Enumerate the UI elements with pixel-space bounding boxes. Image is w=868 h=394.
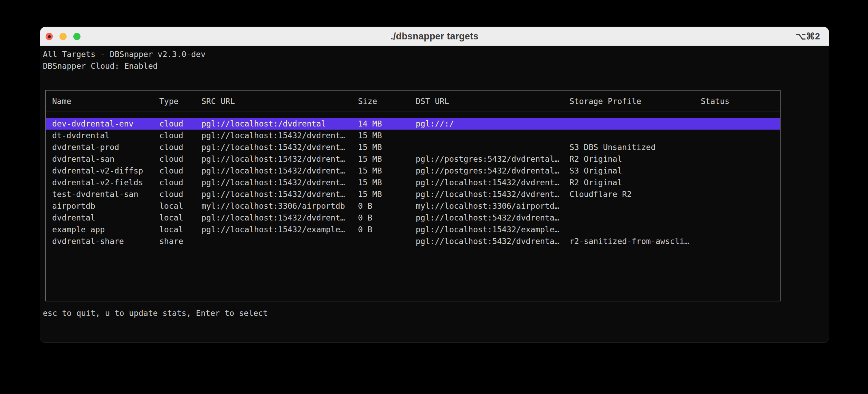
cell-storage-profile: Cloudflare R2 <box>569 190 701 199</box>
cell-type: cloud <box>159 143 201 152</box>
cell-size: 0 B <box>358 213 416 222</box>
cell-size: 15 MB <box>358 178 416 187</box>
cell-src-url: pgl://localhost:15432/dvdrent… <box>201 178 358 187</box>
column-header-name: Name <box>52 97 159 106</box>
column-header-storage-profile: Storage Profile <box>569 97 701 106</box>
column-header-type: Type <box>159 97 201 106</box>
cell-dst-url: pgl://localhost:15432/dvdrent… <box>416 178 569 187</box>
cell-type: local <box>159 201 201 210</box>
cell-type: cloud <box>159 190 201 199</box>
table-row[interactable]: dvdrental-sancloudpgl://localhost:15432/… <box>46 153 780 165</box>
table-row[interactable]: dt-dvdrentalcloudpgl://localhost:15432/d… <box>46 130 780 141</box>
cell-name: dvdrental-v2-diffsp <box>52 166 159 175</box>
cell-dst-url: pgl://postgres:5432/dvdrental… <box>416 166 569 175</box>
cell-dst-url: pgl://localhost:5432/dvdrenta… <box>416 237 569 246</box>
cell-type: local <box>159 213 201 222</box>
cell-name: airportdb <box>52 201 159 210</box>
cell-type: cloud <box>159 154 201 163</box>
cell-dst-url: pgl://postgres:5432/dvdrental… <box>416 154 569 163</box>
cell-src-url: pgl://localhost:15432/dvdrent… <box>201 190 358 199</box>
cell-name: dvdrental-san <box>52 154 159 163</box>
cell-dst-url: myl://localhost:3306/airportd… <box>416 201 569 210</box>
window-title: ./dbsnapper targets <box>40 31 829 42</box>
table-row[interactable]: dvdrental-sharesharepgl://localhost:5432… <box>46 235 780 247</box>
cell-type: cloud <box>159 131 201 140</box>
cell-name: dt-dvdrental <box>52 131 159 140</box>
cell-dst-url: pgl://localhost:15432/example… <box>416 225 569 234</box>
cell-type: local <box>159 225 201 234</box>
cell-name: dvdrental <box>52 213 159 222</box>
cell-storage-profile: R2 Original <box>569 178 701 187</box>
table-row[interactable]: dvdrental-v2-diffspcloudpgl://localhost:… <box>46 165 780 177</box>
table-row[interactable]: test-dvdrental-sancloudpgl://localhost:1… <box>46 188 780 200</box>
cell-src-url: pgl://localhost:/dvdrental <box>201 119 358 128</box>
cell-storage-profile: r2-sanitized-from-awscli… <box>569 237 701 246</box>
cell-src-url: pgl://localhost:15432/dvdrent… <box>201 143 358 152</box>
cell-src-url: pgl://localhost:15432/dvdrent… <box>201 131 358 140</box>
cell-dst-url: pgl://localhost:5432/dvdrenta… <box>416 213 569 222</box>
cell-type: cloud <box>159 119 201 128</box>
window-shortcut-badge: ⌥⌘2 <box>796 27 820 46</box>
table-header-row: Name Type SRC_URL Size DST_URL Storage P… <box>46 91 780 112</box>
cell-size: 0 B <box>358 201 416 210</box>
cell-name: dev-dvdrental-env <box>52 119 159 128</box>
cell-size: 14 MB <box>358 119 416 128</box>
targets-table: Name Type SRC_URL Size DST_URL Storage P… <box>45 90 781 301</box>
cell-src-url: pgl://localhost:15432/dvdrent… <box>201 166 358 175</box>
table-row[interactable]: dvdrental-prodcloudpgl://localhost:15432… <box>46 141 780 153</box>
cell-type: share <box>159 237 201 246</box>
cell-storage-profile: S3 Original <box>569 166 701 175</box>
cell-src-url: pgl://localhost:15432/dvdrent… <box>201 213 358 222</box>
column-header-size: Size <box>358 97 416 106</box>
table-row[interactable]: dev-dvdrental-envcloudpgl://localhost:/d… <box>46 118 780 130</box>
cell-dst-url: pgl://:/ <box>416 119 569 128</box>
table-row[interactable]: dvdrental-v2-fieldscloudpgl://localhost:… <box>46 177 780 188</box>
window-titlebar[interactable]: ./dbsnapper targets ⌥⌘2 <box>40 27 829 46</box>
column-header-status: Status <box>701 97 780 106</box>
table-row[interactable]: dvdrentallocalpgl://localhost:15432/dvdr… <box>46 212 780 224</box>
terminal-window: ./dbsnapper targets ⌥⌘2 All Targets - DB… <box>40 27 829 343</box>
table-row[interactable]: airportdblocalmyl://localhost:3306/airpo… <box>46 200 780 212</box>
cell-type: cloud <box>159 178 201 187</box>
cell-name: dvdrental-share <box>52 237 159 246</box>
terminal-content: All Targets - DBSnapper v2.3.0-dev DBSna… <box>40 46 829 343</box>
cell-size: 15 MB <box>358 143 416 152</box>
cell-size: 15 MB <box>358 154 416 163</box>
cell-size: 15 MB <box>358 190 416 199</box>
cell-size: 0 B <box>358 225 416 234</box>
cell-storage-profile: R2 Original <box>569 154 701 163</box>
cell-dst-url: pgl://localhost:15432/dvdrent… <box>416 190 569 199</box>
cell-src-url: pgl://localhost:15432/dvdrent… <box>201 154 358 163</box>
cell-src-url: pgl://localhost:15432/example… <box>201 225 358 234</box>
cell-name: dvdrental-prod <box>52 143 159 152</box>
app-header-line: All Targets - DBSnapper v2.3.0-dev <box>43 48 206 60</box>
column-header-src-url: SRC_URL <box>201 97 358 106</box>
help-bar: esc to quit, u to update stats, Enter to… <box>43 307 268 319</box>
cell-name: dvdrental-v2-fields <box>52 178 159 187</box>
cell-size: 15 MB <box>358 131 416 140</box>
cell-name: example_app <box>52 225 159 234</box>
cell-type: cloud <box>159 166 201 175</box>
cell-src-url: myl://localhost:3306/airportdb <box>201 201 358 210</box>
table-row[interactable]: example_applocalpgl://localhost:15432/ex… <box>46 224 780 235</box>
cell-storage-profile: S3 DBS Unsanitized <box>569 143 701 152</box>
cell-name: test-dvdrental-san <box>52 190 159 199</box>
cell-size: 15 MB <box>358 166 416 175</box>
column-header-dst-url: DST_URL <box>416 97 569 106</box>
cloud-status-line: DBSnapper Cloud: Enabled <box>43 60 158 72</box>
table-body: dev-dvdrental-envcloudpgl://localhost:/d… <box>46 112 780 247</box>
